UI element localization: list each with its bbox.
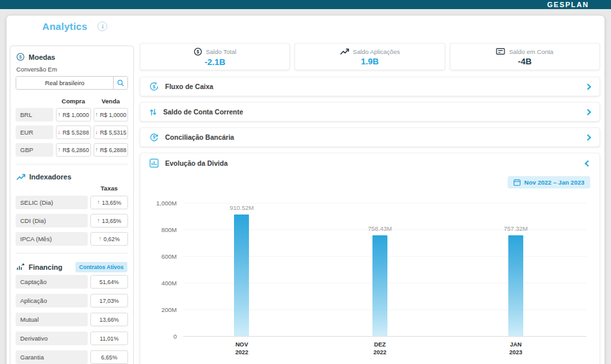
panel-title: Evolução da Divida bbox=[165, 159, 228, 167]
chevron-left-icon[interactable] bbox=[585, 160, 592, 166]
bar-value-label: 910.52M bbox=[229, 204, 254, 211]
financing-row-aplicacao: Aplicação 17,03% bbox=[16, 294, 128, 307]
chevron-right-icon[interactable] bbox=[585, 109, 592, 115]
summary-label: Saldo Total bbox=[206, 48, 237, 55]
moedas-section-header: $ Moedas bbox=[16, 51, 128, 62]
financing-value: 6,65% bbox=[90, 350, 128, 364]
venda-value: ↑ R$ 1,0000 bbox=[94, 108, 129, 122]
panel-fluxo-de-caixa[interactable]: $ Fluxo de Caixa bbox=[140, 77, 600, 96]
filter-row: Nov 2022 – Jan 2023 bbox=[140, 173, 599, 190]
currency-search-input[interactable] bbox=[16, 77, 113, 89]
date-range-label: Nov 2022 – Jan 2023 bbox=[525, 179, 584, 186]
up-arrow-icon: ↑ bbox=[97, 218, 100, 224]
compra-amount: R$ 6,2860 bbox=[62, 147, 89, 153]
index-row-selic: SELIC (Dia) ↑ 13,65% bbox=[16, 196, 128, 209]
indexadores-section-header: Indexadores bbox=[16, 172, 128, 182]
bar-chart-up-icon bbox=[16, 263, 25, 271]
svg-text:$: $ bbox=[153, 84, 155, 90]
financing-row-mutual: Mutual 13,66% bbox=[16, 313, 128, 326]
up-arrow-icon: ↑ bbox=[99, 236, 102, 242]
search-icon[interactable] bbox=[113, 77, 127, 89]
divider bbox=[16, 253, 128, 254]
contratos-ativos-badge[interactable]: Contratos Ativos bbox=[75, 262, 127, 272]
currency-code: EUR bbox=[16, 125, 53, 139]
date-range-filter[interactable]: Nov 2022 – Jan 2023 bbox=[508, 176, 590, 188]
col-taxas: Taxas bbox=[16, 185, 128, 192]
svg-text:$: $ bbox=[153, 135, 155, 140]
compra-amount: R$ 5,5288 bbox=[62, 129, 89, 136]
compra-value: ↑ R$ 1,0000 bbox=[56, 108, 91, 122]
col-venda: Venda bbox=[94, 98, 129, 105]
financing-value: 51,64% bbox=[90, 275, 128, 289]
svg-text:$: $ bbox=[20, 55, 22, 60]
calendar-icon bbox=[514, 179, 521, 186]
financing-value: 13,66% bbox=[90, 313, 128, 326]
bar-value-label: 757.32M bbox=[504, 225, 528, 232]
bar-dez-2022[interactable] bbox=[372, 235, 387, 336]
index-label: SELIC (Dia) bbox=[16, 196, 88, 209]
conversion-label: Conversão Em bbox=[16, 66, 127, 73]
panel-title: Conciliação Bancária bbox=[165, 133, 234, 141]
financing-section-header: Financing Contratos Ativos bbox=[16, 261, 128, 274]
debt-chart-icon bbox=[150, 159, 159, 168]
up-arrow-icon: ↑ bbox=[58, 147, 61, 153]
up-arrow-icon: ↑ bbox=[95, 112, 98, 118]
summary-card-saldo-total: $ Saldo Total -2.1B bbox=[140, 43, 290, 70]
venda-amount: R$ 6,2888 bbox=[100, 147, 127, 153]
down-arrow-icon: ↓ bbox=[58, 129, 61, 135]
dollar-coin-icon: $ bbox=[16, 53, 25, 61]
financing-label: Garantia bbox=[16, 350, 88, 364]
y-axis-tick: 1,000M bbox=[156, 200, 177, 207]
summary-cards: $ Saldo Total -2.1B Saldo Aplicações 1.9… bbox=[140, 43, 600, 70]
moedas-title: Moedas bbox=[29, 53, 55, 61]
venda-amount: R$ 1,0000 bbox=[100, 112, 127, 118]
venda-amount: R$ 5,5315 bbox=[100, 129, 127, 136]
svg-text:$: $ bbox=[196, 49, 199, 55]
down-arrow-icon: ↓ bbox=[95, 129, 98, 135]
financing-row-captacao: Captação 51,64% bbox=[16, 275, 128, 289]
panel-conciliacao-bancaria[interactable]: $ Conciliação Bancária bbox=[140, 127, 600, 147]
chevron-right-icon[interactable] bbox=[585, 134, 592, 140]
page-title: Analytics bbox=[42, 21, 87, 32]
summary-value: -4B bbox=[518, 57, 532, 66]
financing-label: Derivativo bbox=[16, 332, 88, 345]
x-axis-label: DEZ 2022 bbox=[374, 341, 387, 356]
financing-title: Financing bbox=[29, 263, 62, 271]
bar-group: 910.52M bbox=[222, 203, 261, 336]
index-label: IPCA (Mês) bbox=[16, 232, 88, 246]
summary-label: Saldo Aplicações bbox=[353, 48, 400, 55]
up-arrow-icon: ↑ bbox=[97, 200, 100, 205]
bar-jan-2023[interactable] bbox=[508, 235, 523, 336]
currency-code: GBP bbox=[16, 143, 53, 157]
sidebar: $ Moedas Conversão Em Compra Venda BRL ↑… bbox=[10, 46, 134, 364]
panel-title: Saldo de Conta Corrente bbox=[163, 108, 243, 116]
main-content: $ Saldo Total -2.1B Saldo Aplicações 1.9… bbox=[140, 43, 600, 364]
info-icon[interactable]: i bbox=[98, 21, 107, 31]
summary-card-saldo-em-conta: Saldo em Conta -4B bbox=[450, 43, 600, 70]
page-header: Analytics i bbox=[42, 21, 107, 32]
transfer-arrows-icon bbox=[150, 108, 157, 116]
index-row-ipca: IPCA (Mês) ↑ 0,62% bbox=[16, 232, 128, 246]
financing-row-derivativo: Derivativo 11,01% bbox=[16, 332, 128, 345]
panel-evolucao-da-divida: Evolução da Divida Nov 2022 – Jan 2023 bbox=[140, 153, 600, 364]
panel-saldo-conta-corrente[interactable]: Saldo de Conta Corrente bbox=[140, 102, 600, 122]
debt-evolution-chart: 1,000M 800M 600M 400M 200M 0 910.52M 758… bbox=[150, 196, 590, 352]
summary-value: -2.1B bbox=[205, 58, 226, 66]
dashboard-card: Analytics i $ Moedas Conversão Em Compra… bbox=[6, 16, 604, 364]
index-label: CDI (Dia) bbox=[16, 214, 88, 228]
currency-row-gbp: GBP ↑ R$ 6,2860 ↑ R$ 6,2888 bbox=[16, 143, 128, 157]
financing-label: Captação bbox=[16, 275, 88, 289]
index-row-cdi: CDI (Dia) ↑ 13,65% bbox=[16, 214, 128, 228]
index-value: ↑ 0,62% bbox=[90, 232, 128, 246]
financing-value: 17,03% bbox=[90, 294, 128, 307]
divider bbox=[16, 164, 128, 164]
index-value: ↑ 13,65% bbox=[90, 196, 128, 209]
panel-header[interactable]: Evolução da Divida bbox=[140, 153, 599, 173]
dollar-circle-icon: $ bbox=[194, 47, 202, 56]
bar-value-label: 758.43M bbox=[368, 225, 392, 232]
bar-nov-2022[interactable] bbox=[234, 214, 249, 336]
y-axis-tick: 600M bbox=[161, 253, 177, 260]
financing-label: Aplicação bbox=[16, 294, 88, 307]
index-rate: 0,62% bbox=[103, 236, 120, 242]
chevron-right-icon[interactable] bbox=[585, 83, 592, 90]
